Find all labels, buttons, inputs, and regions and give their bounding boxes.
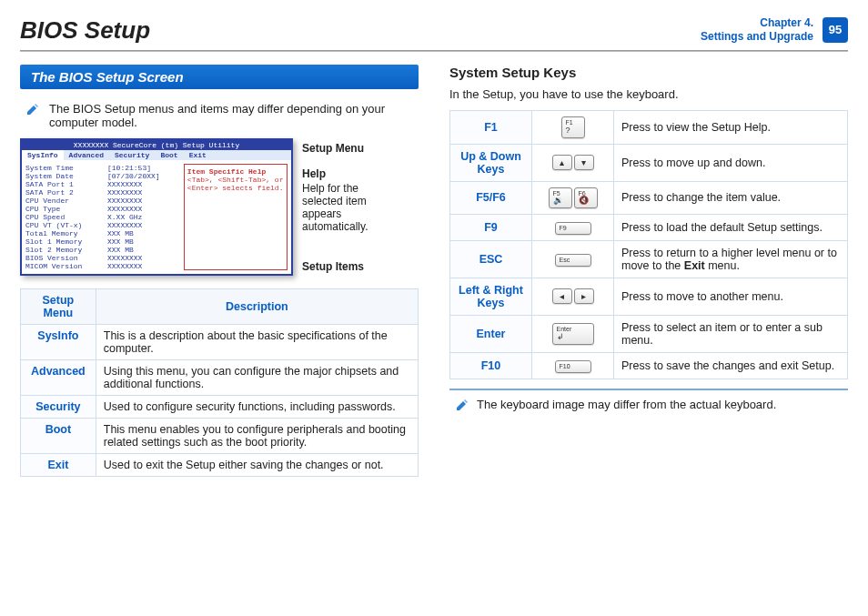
bios-info-row: Slot 2 MemoryXXX MB: [25, 246, 180, 254]
keycap-icon: F1?: [532, 111, 614, 145]
table-row: F9F9Press to load the default Setup sett…: [450, 215, 848, 241]
callout-setup-items: Setup Items: [302, 260, 402, 273]
keycap-icon: Esc: [532, 240, 614, 278]
menu-desc: Used to configure security functions, in…: [96, 396, 418, 419]
key-name: Up & Down Keys: [450, 144, 532, 181]
menu-header-menu: Setup Menu: [21, 289, 96, 325]
menu-header-desc: Description: [96, 289, 418, 325]
keycap-icon: F10: [532, 352, 614, 379]
table-row: SecurityUsed to configure security funct…: [21, 396, 419, 419]
heading-system-setup-keys: System Setup Keys: [449, 65, 848, 80]
key-desc: Press to change the item value.: [614, 181, 848, 215]
page-number-badge: 95: [823, 17, 848, 43]
bios-info-row: BIOS VersionXXXXXXXX: [25, 254, 180, 262]
page-title: BIOS Setup: [20, 16, 150, 45]
table-row: Left & Right Keys◂▸Press to move to anot…: [450, 278, 848, 315]
table-row: SysInfoThis is a description about the b…: [21, 325, 419, 360]
chapter-line1: Chapter 4.: [701, 16, 813, 30]
bios-info-row: CPU TypeXXXXXXXX: [25, 205, 180, 213]
menu-desc: Used to exit the Setup either saving the…: [96, 454, 418, 477]
table-row: F1F1?Press to view the Setup Help.: [450, 111, 848, 145]
menu-name: Exit: [21, 454, 96, 477]
keycap-icon: F9: [532, 215, 614, 241]
bios-tab: Exit: [184, 150, 212, 160]
keycap-icon: ◂▸: [532, 278, 614, 315]
intro-text: In the Setup, you have to use the keyboa…: [449, 87, 848, 101]
bios-help-body: <Tab>, <Shift-Tab>, or <Enter> selects f…: [187, 176, 284, 192]
bios-tab: Security: [109, 150, 155, 160]
bios-info-row: CPU SpeedX.XX GHz: [25, 213, 180, 221]
key-name: Left & Right Keys: [450, 278, 532, 315]
bios-info-row: System Date[07/30/20XX]: [25, 172, 180, 180]
bios-info-row: SATA Port 2XXXXXXXX: [25, 188, 180, 197]
chapter-info: Chapter 4. Settings and Upgrade 95: [701, 16, 848, 44]
bios-info-row: SATA Port 1XXXXXXXX: [25, 180, 180, 188]
key-name: F9: [450, 215, 532, 241]
bios-info-row: System Time[10:21:53]: [25, 164, 180, 172]
setup-menu-table: Setup Menu Description SysInfoThis is a …: [20, 288, 419, 477]
menu-desc: Using this menu, you can configure the m…: [96, 360, 418, 396]
table-row: F5/F6F5🔉F6🔇Press to change the item valu…: [450, 181, 848, 215]
key-desc: Press to move up and down.: [614, 144, 848, 181]
note-model-differs: The BIOS Setup menus and items may diffe…: [20, 98, 419, 138]
key-desc: Press to return to a higher level menu o…: [614, 240, 848, 278]
keys-table: F1F1?Press to view the Setup Help.Up & D…: [449, 110, 848, 379]
bios-info-row: Slot 1 MemoryXXX MB: [25, 237, 180, 246]
key-desc: Press to save the changes and exit Setup…: [614, 352, 848, 379]
key-desc: Press to view the Setup Help.: [614, 111, 848, 145]
table-row: AdvancedUsing this menu, you can configu…: [21, 360, 419, 396]
bios-info-row: MICOM VersionXXXXXXXX: [25, 262, 180, 270]
bios-callouts: Setup Menu Help Help for the selected it…: [302, 138, 402, 276]
header-divider: [20, 50, 848, 52]
key-name: F1: [450, 111, 532, 145]
key-desc: Press to load the default Setup settings…: [614, 215, 848, 241]
keycap-icon: Enter↲: [532, 315, 614, 352]
section-title-bios-screen: The BIOS Setup Screen: [20, 65, 419, 89]
bios-info-row: CPU VenderXXXXXXXX: [25, 197, 180, 205]
callout-help-text: Help for the selected item appears autom…: [302, 182, 402, 233]
callout-help-label: Help: [302, 167, 402, 180]
table-row: ExitUsed to exit the Setup either saving…: [21, 454, 419, 477]
bios-tab: Advanced: [64, 150, 109, 160]
menu-name: Security: [21, 396, 96, 419]
keyboard-note: The keyboard image may differ from the a…: [449, 389, 848, 422]
key-name: F5/F6: [450, 181, 532, 215]
key-desc: Press to move to another menu.: [614, 278, 848, 315]
bios-tab: SysInfo: [22, 150, 64, 160]
pencil-icon: [455, 398, 469, 415]
pencil-icon: [25, 102, 42, 129]
chapter-line2: Settings and Upgrade: [701, 30, 813, 44]
key-desc: Press to select an item or to enter a su…: [614, 315, 848, 352]
bios-help-title: Item Specific Help: [187, 167, 284, 176]
table-row: F10F10Press to save the changes and exit…: [450, 352, 848, 379]
bios-info-row: CPU VT (VT-x)XXXXXXXX: [25, 221, 180, 229]
key-name: Enter: [450, 315, 532, 352]
menu-name: Advanced: [21, 360, 96, 396]
bios-info-row: Total MemoryXXX MB: [25, 229, 180, 237]
key-name: ESC: [450, 240, 532, 278]
table-row: EnterEnter↲Press to select an item or to…: [450, 315, 848, 352]
bios-screenshot: XXXXXXXX SecureCore (tm) Setup Utility S…: [20, 138, 293, 276]
key-name: F10: [450, 352, 532, 379]
note-text: The BIOS Setup menus and items may diffe…: [49, 102, 413, 129]
menu-desc: This is a description about the basic sp…: [96, 325, 418, 360]
table-row: BootThis menu enables you to configure p…: [21, 419, 419, 454]
menu-desc: This menu enables you to configure perip…: [96, 419, 418, 454]
keycap-icon: F5🔉F6🔇: [532, 181, 614, 215]
table-row: ESCEscPress to return to a higher level …: [450, 240, 848, 278]
bios-tab: Boot: [155, 150, 183, 160]
menu-name: Boot: [21, 419, 96, 454]
keycap-icon: ▴▾: [532, 144, 614, 181]
menu-name: SysInfo: [21, 325, 96, 360]
bios-util-title: XXXXXXXX SecureCore (tm) Setup Utility: [22, 140, 291, 150]
keyboard-note-text: The keyboard image may differ from the a…: [477, 398, 776, 415]
table-row: Up & Down Keys▴▾Press to move up and dow…: [450, 144, 848, 181]
callout-setup-menu: Setup Menu: [302, 142, 402, 155]
